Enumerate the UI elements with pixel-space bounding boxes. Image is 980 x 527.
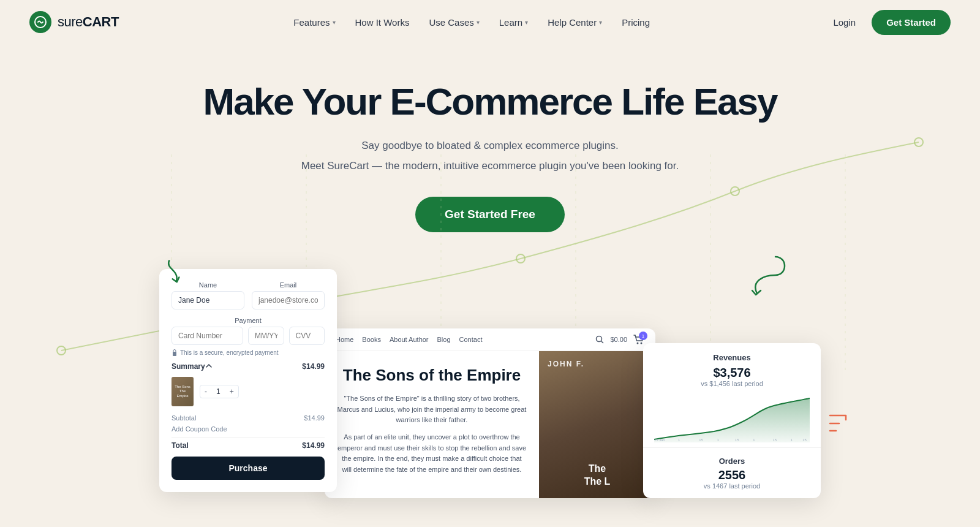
hero-cta-button[interactable]: Get Started Free [415, 197, 565, 232]
card-number-input[interactable] [172, 327, 243, 345]
purchase-button[interactable]: Purchase [172, 457, 325, 480]
search-icon [595, 335, 604, 344]
book-desc1: "The Sons of the Empire" is a thrilling … [337, 393, 527, 426]
book-content: The Sons of the Empire "The Sons of the … [325, 351, 539, 498]
email-field-group: Email [252, 281, 325, 309]
book-cover-image: JOHN F. The The L [539, 351, 655, 498]
book-cover-title: The The L [577, 463, 618, 488]
payment-label: Payment [172, 317, 325, 324]
hero-section: Make Your E-Commerce Life Easy Say goodb… [0, 44, 980, 498]
cart-icon-wrapper[interactable]: 1 [633, 335, 644, 344]
name-input[interactable] [172, 291, 244, 309]
revenue-demo-card: Revenues $3,576 vs $1,456 last period [643, 343, 821, 498]
payment-row [172, 327, 325, 345]
arrow-revenue-decoration [739, 251, 788, 302]
svg-text:15: 15 [772, 438, 777, 442]
nav-use-cases[interactable]: Use Cases ▾ [420, 12, 488, 32]
nav-how-it-works[interactable]: How It Works [347, 12, 418, 32]
nav-actions: Login Get Started [824, 10, 951, 35]
brand-name: sureCART [58, 14, 119, 30]
svg-point-15 [637, 343, 639, 344]
hero-subtitle2: Meet SureCart — the modern, intuitive ec… [15, 160, 965, 172]
secure-badge: This is a secure, encrypted payment [172, 349, 325, 356]
exp-input[interactable] [248, 327, 284, 345]
cart-count-badge: 1 [639, 332, 647, 340]
nav-learn[interactable]: Learn ▾ [491, 12, 537, 32]
bookstore-body: The Sons of the Empire "The Sons of the … [325, 351, 655, 498]
hero-subtitle1: Say goodbye to bloated & complex ecommer… [15, 137, 965, 155]
revenue-compare: vs $1,456 last period [654, 380, 810, 387]
svg-text:15 Jan: 15 Jan [654, 438, 665, 442]
navbar: sureCART Features ▾ How It Works Use Cas… [0, 0, 980, 44]
name-email-row: Name Email [172, 281, 325, 309]
svg-text:15: 15 [802, 438, 807, 442]
revenue-title: Revenues [654, 353, 810, 362]
bookstore-nav: Home Books About Author Blog Contact $0.… [325, 328, 655, 351]
nav-links: Features ▾ How It Works Use Cases ▾ Lear… [285, 12, 658, 32]
demo-screenshots: Name Email Payment [15, 269, 965, 498]
logo-icon [29, 11, 51, 33]
book-desc2: As part of an elite unit, they uncover a… [337, 432, 527, 475]
card-number-group [172, 327, 243, 345]
exp-group [248, 327, 284, 345]
svg-text:1: 1 [753, 438, 755, 442]
bookstore-demo-card: Home Books About Author Blog Contact $0.… [325, 328, 655, 498]
qty-decrease-button[interactable]: - [200, 385, 211, 398]
orders-count: 2556 [654, 468, 810, 482]
bookstore-nav-books[interactable]: Books [362, 336, 381, 343]
email-label: Email [252, 281, 325, 289]
orders-section: Orders 2556 vs 1467 last period [643, 447, 821, 498]
svg-text:1: 1 [791, 438, 793, 442]
book-cover-author: JOHN F. [548, 360, 584, 368]
logo[interactable]: sureCART [29, 11, 119, 33]
qty-increase-button[interactable]: + [225, 385, 238, 398]
revenue-amount: $3,576 [654, 366, 810, 380]
svg-point-10 [731, 187, 739, 195]
login-button[interactable]: Login [824, 12, 864, 32]
nav-features[interactable]: Features ▾ [285, 12, 344, 32]
nav-help-center[interactable]: Help Center ▾ [539, 12, 611, 32]
book-title: The Sons of the Empire [337, 366, 527, 385]
nav-pricing[interactable]: Pricing [613, 12, 658, 32]
bookstore-nav-links: Home Books About Author Blog Contact [336, 336, 482, 343]
svg-text:15: 15 [735, 438, 739, 442]
cart-price: $0.00 [610, 336, 627, 343]
svg-point-13 [597, 336, 602, 342]
bookstore-nav-contact[interactable]: Contact [459, 336, 483, 343]
qty-value: 1 [211, 385, 225, 398]
coupon-row[interactable]: Add Coupon Code [172, 423, 325, 434]
orders-title: Orders [654, 457, 810, 466]
squiggle-right-decoration [827, 412, 849, 437]
orders-compare: vs 1467 last period [654, 482, 810, 490]
bookstore-nav-home[interactable]: Home [336, 336, 353, 343]
svg-text:15: 15 [699, 438, 703, 442]
bookstore-nav-actions: $0.00 1 [595, 335, 644, 344]
total-row: Total $14.99 [172, 437, 325, 452]
cvv-group [289, 327, 325, 345]
checkout-demo-card: Name Email Payment [159, 269, 337, 492]
svg-text:1: 1 [717, 438, 719, 442]
svg-text:1: 1 [678, 438, 680, 442]
screenshots-section: Name Email Payment [15, 257, 965, 498]
revenue-chart: 15 Jan 1 15 1 15 1 15 1 15 [654, 393, 810, 442]
hero-headline: Make Your E-Commerce Life Easy [15, 81, 965, 123]
quantity-control[interactable]: - 1 + [200, 385, 239, 398]
svg-line-14 [601, 341, 604, 344]
nav-get-started-button[interactable]: Get Started [872, 10, 951, 35]
revenue-section: Revenues $3,576 vs $1,456 last period [643, 343, 821, 442]
summary-item: The Sons The Empire - 1 + [172, 377, 325, 406]
summary-header: Summary $14.99 [172, 362, 325, 371]
svg-rect-12 [173, 352, 176, 356]
email-input[interactable] [252, 291, 325, 309]
book-thumbnail: The Sons The Empire [172, 377, 194, 406]
svg-point-16 [641, 343, 643, 344]
subtotal-row: Subtotal $14.99 [172, 412, 325, 423]
cvv-input[interactable] [289, 327, 325, 345]
bookstore-nav-blog[interactable]: Blog [437, 336, 451, 343]
bookstore-nav-author[interactable]: About Author [390, 336, 429, 343]
